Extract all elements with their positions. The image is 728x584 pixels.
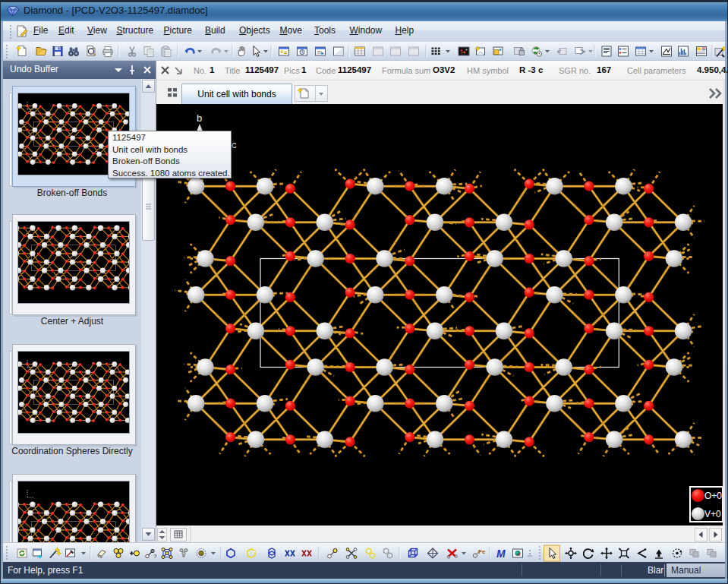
svg-text:?: ? [153,553,157,560]
svg-text:b: b [197,112,202,124]
svg-text:Fe: Fe [478,548,486,555]
svg-text:c: c [232,139,237,150]
svg-text:O+0: O+0 [704,491,722,501]
svg-text:M: M [496,548,506,560]
svg-text:V+0: V+0 [704,509,721,519]
